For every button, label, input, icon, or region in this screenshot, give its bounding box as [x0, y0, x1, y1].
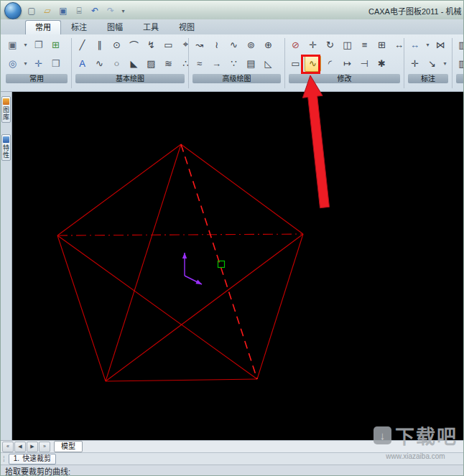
- last-sheet-button[interactable]: »: [39, 442, 50, 452]
- group-label-dimension: 标注: [408, 74, 448, 83]
- sheet-nav-buttons: «◀▶»: [2, 442, 50, 452]
- clipped-tool-icon[interactable]: ▥: [455, 37, 464, 53]
- leader-dim-tool-icon[interactable]: ↘: [424, 55, 440, 72]
- angle-tool-icon[interactable]: ◺: [260, 55, 277, 72]
- sidebar-tab-properties-label: 特性: [1, 144, 11, 159]
- line-tool-icon[interactable]: ╱: [74, 37, 91, 53]
- save-icon[interactable]: ▣: [56, 4, 70, 18]
- drawing-line-left-top[interactable]: [57, 144, 181, 235]
- hatch-tool-icon[interactable]: ▨: [143, 55, 159, 72]
- redo-icon[interactable]: ↷: [103, 4, 118, 18]
- drawing-line-right-br[interactable]: [257, 234, 303, 379]
- erase-tool-icon[interactable]: ⊘: [287, 37, 304, 53]
- watermark-url: www.xiazaiba.com: [373, 452, 458, 460]
- ribbon-group-advanced-draw: ↝≀∿⊚⊕ ≈→∵▤◺ 高级绘图: [190, 35, 284, 91]
- double-circle-tool-icon[interactable]: ⊚: [243, 37, 259, 53]
- new-file-icon[interactable]: ▢: [24, 4, 39, 18]
- copy-icon[interactable]: ❐: [30, 37, 47, 53]
- status-bar: 拾取要裁剪的曲线:: [1, 465, 464, 476]
- multiline-tool-icon[interactable]: ↝: [191, 37, 208, 53]
- dimension-dropdown-icon[interactable]: ▾: [424, 37, 432, 53]
- text-tool-icon[interactable]: A: [74, 55, 91, 72]
- spline-tool-icon[interactable]: ∿: [91, 55, 108, 72]
- trim-tool-icon[interactable]: ∿: [305, 55, 321, 72]
- circle-tool-icon[interactable]: ⊙: [108, 37, 125, 53]
- drawing-line-top-bl[interactable]: [106, 144, 181, 381]
- sidebar-tab-properties[interactable]: 特性: [1, 134, 11, 161]
- axis-x-arrow: [185, 276, 202, 284]
- drawing-line-right-bl[interactable]: [106, 234, 303, 381]
- open-file-icon[interactable]: ▱: [40, 4, 55, 18]
- contour-tool-icon[interactable]: ≀: [208, 37, 225, 53]
- curve-tool-icon[interactable]: ≈: [191, 55, 208, 72]
- ribbon-group-modify: ⊘✛↻◫≡⊞↔ ▭∿◜↦⊣✱ 修改: [286, 35, 403, 91]
- wave-line-tool-icon[interactable]: ∿: [226, 37, 242, 53]
- tab-tools[interactable]: 工具: [133, 20, 169, 34]
- prev-sheet-button[interactable]: ◀: [14, 442, 26, 452]
- polyline-tool-icon[interactable]: ↯: [143, 37, 159, 53]
- group-separator: [404, 38, 404, 88]
- app-menu-button[interactable]: [4, 2, 22, 19]
- model-tab[interactable]: 模型: [54, 441, 83, 452]
- equidistant-tool-icon[interactable]: ≋: [160, 55, 177, 72]
- ribbon-group-clipped: ▥ ▥: [453, 35, 464, 91]
- tab-sheet[interactable]: 图幅: [97, 20, 133, 34]
- next-sheet-button[interactable]: ▶: [27, 442, 38, 452]
- zoom-dropdown-icon[interactable]: ▾: [22, 55, 29, 72]
- chamfer-tool-icon[interactable]: ◣: [126, 55, 142, 72]
- arrow-tool-icon[interactable]: →: [208, 55, 225, 72]
- rectangle-tool-icon[interactable]: ▭: [160, 37, 177, 53]
- drawing-line-top-right[interactable]: [181, 144, 303, 234]
- paste-dropdown-icon[interactable]: ▾: [22, 37, 29, 53]
- array-tool-icon[interactable]: ⊞: [373, 37, 390, 53]
- properties-icon[interactable]: ⊞: [47, 37, 64, 53]
- sidebar-tab-library[interactable]: 图库: [1, 96, 11, 123]
- zoom-icon[interactable]: ◎: [4, 55, 21, 72]
- paste-icon[interactable]: ▣: [4, 37, 21, 53]
- command-tool-name: 快速裁剪: [22, 454, 51, 464]
- parallel-line-icon[interactable]: ∥: [91, 37, 108, 53]
- drawing-line-left-br[interactable]: [57, 235, 257, 379]
- offset-tool-icon[interactable]: ≡: [356, 37, 373, 53]
- pan-icon[interactable]: ✛: [30, 55, 47, 72]
- window-title: CAXA电子图板2011 - 机械: [368, 5, 461, 17]
- drawing-line-bl-left[interactable]: [57, 235, 106, 381]
- drawing-line-br-bl[interactable]: [106, 379, 257, 381]
- scale-tool-icon[interactable]: ▭: [287, 55, 304, 72]
- drawing-line-left-right[interactable]: [57, 234, 303, 235]
- region-hatch-tool-icon[interactable]: ▤: [243, 55, 259, 72]
- active-command-box[interactable]: 1. 快速裁剪: [9, 454, 56, 465]
- undo-icon[interactable]: ↶: [88, 4, 102, 18]
- properties-panel-icon: [3, 136, 9, 143]
- qat-dropdown-icon[interactable]: ▾: [119, 4, 127, 18]
- arc-tool-icon[interactable]: ⌒: [126, 37, 142, 53]
- ellipse-tool-icon[interactable]: ○: [108, 55, 125, 72]
- display-window-icon[interactable]: ❒: [47, 55, 64, 72]
- coordinate-dim-tool-icon[interactable]: ✛: [407, 55, 423, 72]
- move-tool-icon[interactable]: ✛: [305, 37, 321, 53]
- insert-tool-icon[interactable]: ⊕: [260, 37, 277, 53]
- dimension-style-icon[interactable]: ⋈: [432, 37, 449, 53]
- drawing-canvas[interactable]: [12, 92, 464, 440]
- dimension-tool-icon[interactable]: ↔: [407, 37, 423, 53]
- ribbon-group-dimension: ↔▾⋈ ✛↘▾ 标注: [405, 35, 451, 91]
- group-label-basic-draw: 基本绘图: [75, 74, 185, 83]
- break-tool-icon[interactable]: ⊣: [356, 55, 373, 72]
- group-label-advanced-draw: 高级绘图: [192, 74, 281, 83]
- print-icon[interactable]: ⌸: [72, 4, 86, 18]
- rotate-tool-icon[interactable]: ↻: [322, 37, 338, 53]
- first-sheet-button[interactable]: «: [2, 442, 14, 452]
- extend-tool-icon[interactable]: ↦: [339, 55, 356, 72]
- explode-tool-icon[interactable]: ✱: [373, 55, 390, 72]
- mirror-tool-icon[interactable]: ◫: [339, 37, 356, 53]
- clipped-tool-icon-2[interactable]: ▥: [455, 55, 464, 72]
- corner-tool-icon[interactable]: ◜: [322, 55, 338, 72]
- scatter-points-tool-icon[interactable]: ∵: [226, 55, 242, 72]
- tab-common[interactable]: 常用: [25, 20, 61, 34]
- command-bar-grip[interactable]: ⁞: [3, 455, 5, 463]
- tab-annotation[interactable]: 标注: [61, 20, 97, 34]
- sidebar-tab-library-label: 图库: [1, 106, 11, 121]
- drawing-line-top-br[interactable]: [181, 144, 257, 379]
- tab-view[interactable]: 视图: [169, 20, 205, 34]
- leader-dropdown-icon[interactable]: ▾: [441, 55, 449, 72]
